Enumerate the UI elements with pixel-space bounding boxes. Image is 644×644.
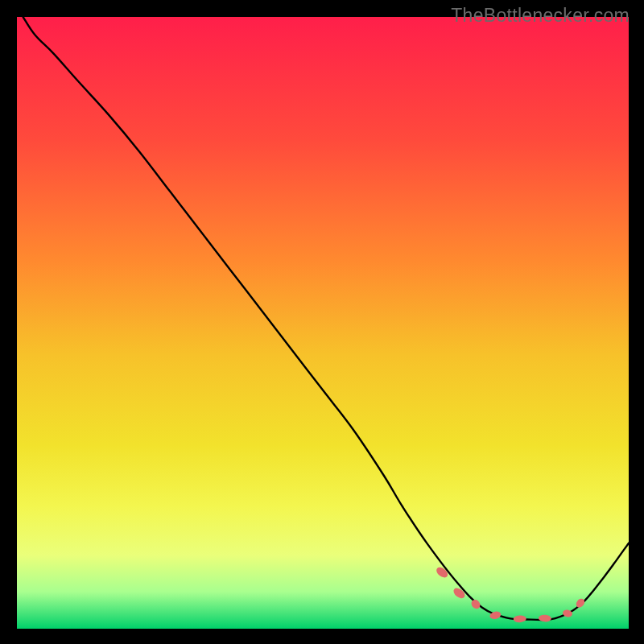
highlight-dot (575, 597, 587, 609)
highlight-dot (435, 565, 450, 580)
highlight-dot (514, 615, 526, 622)
chart-container: TheBottlenecker.com (0, 0, 644, 644)
highlight-dots (17, 17, 629, 629)
highlight-dot (489, 610, 502, 620)
highlight-dot (469, 598, 481, 611)
plot-area (17, 17, 629, 629)
highlight-dot (562, 609, 573, 618)
highlight-dot (452, 586, 467, 601)
watermark-text: TheBottlenecker.com (451, 5, 630, 27)
highlight-dot (539, 614, 551, 621)
